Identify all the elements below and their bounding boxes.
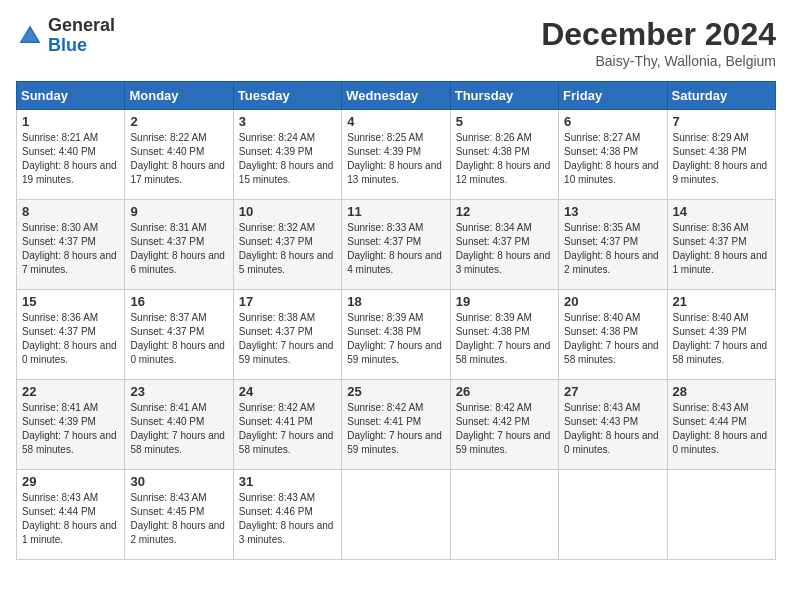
day-info: Sunrise: 8:43 AMSunset: 4:44 PMDaylight:…	[673, 401, 770, 457]
title-block: December 2024 Baisy-Thy, Wallonia, Belgi…	[541, 16, 776, 69]
calendar-day-cell: 25 Sunrise: 8:42 AMSunset: 4:41 PMDaylig…	[342, 380, 450, 470]
day-number: 5	[456, 114, 553, 129]
day-info: Sunrise: 8:33 AMSunset: 4:37 PMDaylight:…	[347, 221, 444, 277]
calendar-day-cell: 22 Sunrise: 8:41 AMSunset: 4:39 PMDaylig…	[17, 380, 125, 470]
day-number: 17	[239, 294, 336, 309]
calendar-week-row: 1 Sunrise: 8:21 AMSunset: 4:40 PMDayligh…	[17, 110, 776, 200]
day-info: Sunrise: 8:38 AMSunset: 4:37 PMDaylight:…	[239, 311, 336, 367]
calendar-day-cell	[450, 470, 558, 560]
calendar-day-cell: 23 Sunrise: 8:41 AMSunset: 4:40 PMDaylig…	[125, 380, 233, 470]
calendar-day-cell: 28 Sunrise: 8:43 AMSunset: 4:44 PMDaylig…	[667, 380, 775, 470]
day-number: 21	[673, 294, 770, 309]
day-number: 12	[456, 204, 553, 219]
day-info: Sunrise: 8:39 AMSunset: 4:38 PMDaylight:…	[456, 311, 553, 367]
day-number: 22	[22, 384, 119, 399]
calendar-day-cell: 5 Sunrise: 8:26 AMSunset: 4:38 PMDayligh…	[450, 110, 558, 200]
day-of-week-header: Friday	[559, 82, 667, 110]
day-number: 19	[456, 294, 553, 309]
calendar-day-cell: 15 Sunrise: 8:36 AMSunset: 4:37 PMDaylig…	[17, 290, 125, 380]
calendar-day-cell: 4 Sunrise: 8:25 AMSunset: 4:39 PMDayligh…	[342, 110, 450, 200]
day-number: 4	[347, 114, 444, 129]
calendar-week-row: 29 Sunrise: 8:43 AMSunset: 4:44 PMDaylig…	[17, 470, 776, 560]
day-number: 1	[22, 114, 119, 129]
calendar-day-cell: 27 Sunrise: 8:43 AMSunset: 4:43 PMDaylig…	[559, 380, 667, 470]
day-number: 24	[239, 384, 336, 399]
day-number: 9	[130, 204, 227, 219]
day-info: Sunrise: 8:26 AMSunset: 4:38 PMDaylight:…	[456, 131, 553, 187]
calendar-day-cell: 11 Sunrise: 8:33 AMSunset: 4:37 PMDaylig…	[342, 200, 450, 290]
day-info: Sunrise: 8:32 AMSunset: 4:37 PMDaylight:…	[239, 221, 336, 277]
calendar-day-cell: 17 Sunrise: 8:38 AMSunset: 4:37 PMDaylig…	[233, 290, 341, 380]
day-info: Sunrise: 8:25 AMSunset: 4:39 PMDaylight:…	[347, 131, 444, 187]
day-info: Sunrise: 8:36 AMSunset: 4:37 PMDaylight:…	[673, 221, 770, 277]
day-of-week-header: Monday	[125, 82, 233, 110]
day-number: 28	[673, 384, 770, 399]
calendar-week-row: 15 Sunrise: 8:36 AMSunset: 4:37 PMDaylig…	[17, 290, 776, 380]
calendar-day-cell	[559, 470, 667, 560]
day-info: Sunrise: 8:37 AMSunset: 4:37 PMDaylight:…	[130, 311, 227, 367]
day-of-week-header: Thursday	[450, 82, 558, 110]
calendar-day-cell: 18 Sunrise: 8:39 AMSunset: 4:38 PMDaylig…	[342, 290, 450, 380]
day-number: 3	[239, 114, 336, 129]
calendar-day-cell: 24 Sunrise: 8:42 AMSunset: 4:41 PMDaylig…	[233, 380, 341, 470]
calendar-day-cell	[667, 470, 775, 560]
day-info: Sunrise: 8:43 AMSunset: 4:43 PMDaylight:…	[564, 401, 661, 457]
day-info: Sunrise: 8:43 AMSunset: 4:45 PMDaylight:…	[130, 491, 227, 547]
day-info: Sunrise: 8:30 AMSunset: 4:37 PMDaylight:…	[22, 221, 119, 277]
calendar-day-cell: 9 Sunrise: 8:31 AMSunset: 4:37 PMDayligh…	[125, 200, 233, 290]
logo: General Blue	[16, 16, 115, 56]
day-number: 14	[673, 204, 770, 219]
day-info: Sunrise: 8:21 AMSunset: 4:40 PMDaylight:…	[22, 131, 119, 187]
day-info: Sunrise: 8:36 AMSunset: 4:37 PMDaylight:…	[22, 311, 119, 367]
day-number: 8	[22, 204, 119, 219]
calendar-day-cell: 10 Sunrise: 8:32 AMSunset: 4:37 PMDaylig…	[233, 200, 341, 290]
day-info: Sunrise: 8:35 AMSunset: 4:37 PMDaylight:…	[564, 221, 661, 277]
day-number: 2	[130, 114, 227, 129]
calendar-day-cell: 8 Sunrise: 8:30 AMSunset: 4:37 PMDayligh…	[17, 200, 125, 290]
day-number: 6	[564, 114, 661, 129]
day-of-week-header: Tuesday	[233, 82, 341, 110]
logo-icon	[16, 22, 44, 50]
calendar-day-cell: 1 Sunrise: 8:21 AMSunset: 4:40 PMDayligh…	[17, 110, 125, 200]
day-number: 25	[347, 384, 444, 399]
calendar-day-cell: 20 Sunrise: 8:40 AMSunset: 4:38 PMDaylig…	[559, 290, 667, 380]
calendar-day-cell: 19 Sunrise: 8:39 AMSunset: 4:38 PMDaylig…	[450, 290, 558, 380]
day-info: Sunrise: 8:27 AMSunset: 4:38 PMDaylight:…	[564, 131, 661, 187]
day-number: 20	[564, 294, 661, 309]
day-info: Sunrise: 8:29 AMSunset: 4:38 PMDaylight:…	[673, 131, 770, 187]
calendar-day-cell: 3 Sunrise: 8:24 AMSunset: 4:39 PMDayligh…	[233, 110, 341, 200]
day-of-week-header: Sunday	[17, 82, 125, 110]
calendar-week-row: 22 Sunrise: 8:41 AMSunset: 4:39 PMDaylig…	[17, 380, 776, 470]
calendar-day-cell: 13 Sunrise: 8:35 AMSunset: 4:37 PMDaylig…	[559, 200, 667, 290]
calendar-day-cell: 7 Sunrise: 8:29 AMSunset: 4:38 PMDayligh…	[667, 110, 775, 200]
calendar-day-cell: 2 Sunrise: 8:22 AMSunset: 4:40 PMDayligh…	[125, 110, 233, 200]
day-number: 11	[347, 204, 444, 219]
calendar-day-cell: 30 Sunrise: 8:43 AMSunset: 4:45 PMDaylig…	[125, 470, 233, 560]
day-number: 7	[673, 114, 770, 129]
calendar-day-cell: 29 Sunrise: 8:43 AMSunset: 4:44 PMDaylig…	[17, 470, 125, 560]
calendar-day-cell: 21 Sunrise: 8:40 AMSunset: 4:39 PMDaylig…	[667, 290, 775, 380]
calendar-day-cell: 26 Sunrise: 8:42 AMSunset: 4:42 PMDaylig…	[450, 380, 558, 470]
day-number: 23	[130, 384, 227, 399]
day-number: 15	[22, 294, 119, 309]
day-number: 27	[564, 384, 661, 399]
calendar-day-cell: 16 Sunrise: 8:37 AMSunset: 4:37 PMDaylig…	[125, 290, 233, 380]
calendar-day-cell: 12 Sunrise: 8:34 AMSunset: 4:37 PMDaylig…	[450, 200, 558, 290]
month-title: December 2024	[541, 16, 776, 53]
calendar-day-cell	[342, 470, 450, 560]
day-info: Sunrise: 8:40 AMSunset: 4:39 PMDaylight:…	[673, 311, 770, 367]
calendar-day-cell: 6 Sunrise: 8:27 AMSunset: 4:38 PMDayligh…	[559, 110, 667, 200]
day-info: Sunrise: 8:43 AMSunset: 4:46 PMDaylight:…	[239, 491, 336, 547]
day-info: Sunrise: 8:34 AMSunset: 4:37 PMDaylight:…	[456, 221, 553, 277]
day-info: Sunrise: 8:43 AMSunset: 4:44 PMDaylight:…	[22, 491, 119, 547]
day-number: 18	[347, 294, 444, 309]
day-info: Sunrise: 8:41 AMSunset: 4:40 PMDaylight:…	[130, 401, 227, 457]
calendar-day-cell: 14 Sunrise: 8:36 AMSunset: 4:37 PMDaylig…	[667, 200, 775, 290]
logo-text: General Blue	[48, 16, 115, 56]
day-info: Sunrise: 8:41 AMSunset: 4:39 PMDaylight:…	[22, 401, 119, 457]
day-info: Sunrise: 8:42 AMSunset: 4:41 PMDaylight:…	[347, 401, 444, 457]
day-number: 30	[130, 474, 227, 489]
day-number: 10	[239, 204, 336, 219]
day-info: Sunrise: 8:31 AMSunset: 4:37 PMDaylight:…	[130, 221, 227, 277]
day-info: Sunrise: 8:40 AMSunset: 4:38 PMDaylight:…	[564, 311, 661, 367]
